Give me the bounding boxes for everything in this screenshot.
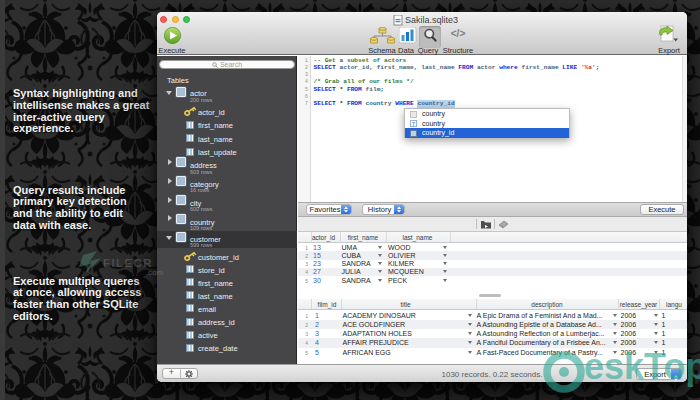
svg-text:.com: .com [146, 268, 164, 277]
svg-text:eskTop: eskTop [584, 346, 700, 387]
